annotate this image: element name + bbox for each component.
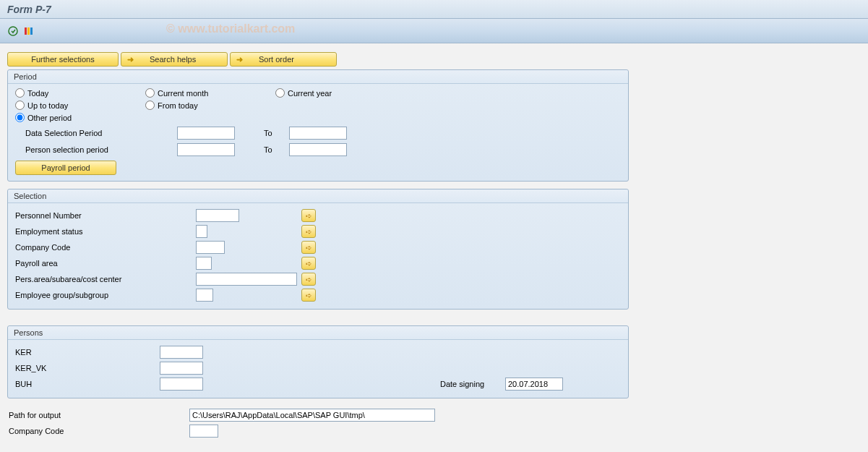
pers-area-input[interactable] bbox=[196, 273, 297, 286]
svg-point-0 bbox=[9, 27, 17, 35]
company-code-multi-icon[interactable]: ➪ bbox=[301, 241, 316, 254]
radio-current-year[interactable]: Current year bbox=[275, 88, 405, 98]
person-selection-to-input[interactable] bbox=[289, 143, 347, 156]
action-button-row: Further selections ➜ Search helps ➜ Sort… bbox=[7, 52, 861, 67]
employee-group-multi-icon[interactable]: ➪ bbox=[301, 289, 316, 302]
content-area: Further selections ➜ Search helps ➜ Sort… bbox=[0, 43, 868, 446]
company-code-label: Company Code bbox=[15, 243, 196, 252]
payroll-period-button[interactable]: Payroll period bbox=[15, 161, 116, 175]
svg-rect-1 bbox=[25, 27, 27, 35]
sort-order-label: Sort order bbox=[259, 55, 294, 64]
employee-group-input[interactable] bbox=[196, 289, 213, 302]
variant-icon[interactable] bbox=[22, 25, 34, 37]
search-helps-label: Search helps bbox=[150, 55, 196, 64]
further-selections-button[interactable]: Further selections bbox=[7, 52, 119, 67]
persons-title: Persons bbox=[8, 326, 628, 340]
search-helps-button[interactable]: ➜ Search helps bbox=[121, 52, 228, 67]
period-group: Period Today Current month Current year … bbox=[7, 69, 629, 182]
title-bar: Form P-7 bbox=[0, 0, 868, 19]
company-code-input[interactable] bbox=[196, 241, 225, 254]
ker-input[interactable] bbox=[160, 346, 203, 359]
selection-group: Selection Personnel Number ➪ Employment … bbox=[7, 189, 629, 310]
period-title: Period bbox=[8, 70, 628, 84]
buh-input[interactable] bbox=[160, 378, 203, 391]
personnel-number-label: Personnel Number bbox=[15, 211, 196, 220]
pers-area-label: Pers.area/subarea/cost center bbox=[15, 275, 196, 283]
payroll-area-label: Payroll area bbox=[15, 259, 196, 268]
radio-from-today[interactable]: From today bbox=[145, 101, 275, 110]
path-output-label: Path for output bbox=[9, 411, 189, 419]
person-selection-label: Person selection period bbox=[25, 145, 177, 154]
employment-status-label: Employment status bbox=[15, 227, 196, 236]
pers-area-multi-icon[interactable]: ➪ bbox=[301, 273, 316, 286]
data-selection-to-input[interactable] bbox=[289, 127, 347, 140]
company-code-footer-label: Company Code bbox=[9, 427, 189, 435]
execute-icon[interactable] bbox=[7, 25, 19, 37]
personnel-number-input[interactable] bbox=[196, 209, 239, 222]
sort-order-button[interactable]: ➜ Sort order bbox=[230, 52, 337, 67]
employment-status-multi-icon[interactable]: ➪ bbox=[301, 225, 316, 238]
svg-rect-3 bbox=[30, 27, 33, 35]
arrow-right-icon: ➜ bbox=[125, 54, 135, 64]
radio-current-month[interactable]: Current month bbox=[145, 88, 275, 98]
toolbar: © www.tutorialkart.com bbox=[0, 19, 868, 43]
payroll-area-input[interactable] bbox=[196, 257, 212, 270]
date-signing-input[interactable] bbox=[505, 378, 563, 391]
to-label: To bbox=[264, 129, 289, 137]
arrow-right-icon: ➜ bbox=[234, 54, 244, 64]
kervk-label: KER_VK bbox=[15, 364, 160, 372]
watermark: © www.tutorialkart.com bbox=[166, 22, 295, 35]
radio-today[interactable]: Today bbox=[15, 88, 145, 98]
payroll-area-multi-icon[interactable]: ➪ bbox=[301, 257, 316, 270]
data-selection-label: Data Selection Period bbox=[25, 129, 177, 137]
to-label: To bbox=[264, 145, 289, 154]
personnel-number-multi-icon[interactable]: ➪ bbox=[301, 209, 316, 222]
buh-label: BUH bbox=[15, 380, 160, 388]
page-title: Form P-7 bbox=[7, 4, 51, 15]
svg-rect-2 bbox=[27, 27, 30, 35]
persons-group: Persons KER KER_VK BUH Date signing bbox=[7, 325, 629, 398]
person-selection-from-input[interactable] bbox=[177, 143, 235, 156]
data-selection-from-input[interactable] bbox=[177, 127, 235, 140]
selection-title: Selection bbox=[8, 189, 628, 203]
radio-other-period[interactable]: Other period bbox=[15, 113, 145, 122]
employment-status-input[interactable] bbox=[196, 225, 207, 238]
kervk-input[interactable] bbox=[160, 362, 203, 375]
path-output-input[interactable] bbox=[189, 409, 435, 422]
employee-group-label: Employee group/subgroup bbox=[15, 291, 196, 299]
date-signing-label: Date signing bbox=[440, 380, 505, 388]
ker-label: KER bbox=[15, 348, 160, 357]
radio-up-to-today[interactable]: Up to today bbox=[15, 101, 145, 110]
company-code-footer-input[interactable] bbox=[189, 425, 218, 438]
